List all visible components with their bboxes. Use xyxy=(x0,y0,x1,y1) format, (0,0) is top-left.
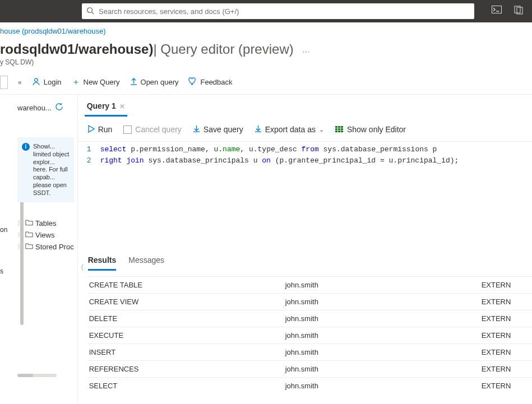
line-number: 2 xyxy=(78,155,91,166)
login-button[interactable]: Login xyxy=(32,77,62,87)
folder-icon xyxy=(25,219,33,227)
feedback-button[interactable]: Feedback xyxy=(188,77,232,87)
table-row[interactable]: CREATE TABLEjohn.smithEXTERN xyxy=(88,277,532,294)
run-button[interactable]: Run xyxy=(88,125,113,134)
cancel-label: Cancel query xyxy=(135,125,182,134)
export-label: Export data as xyxy=(265,125,316,134)
info-callout: i Showi... limited object explor... here… xyxy=(17,137,74,202)
nav-fragment-a: on xyxy=(0,226,14,234)
cell-user: john.smith xyxy=(284,310,480,327)
results-panel: Results Messages CREATE TABLEjohn.smithE… xyxy=(78,253,532,402)
query-toolbar: Run Cancel query Save query Export data … xyxy=(78,117,532,141)
download-icon xyxy=(193,124,200,134)
tree-label: Stored Proc xyxy=(35,243,74,251)
cell-user: john.smith xyxy=(284,378,480,394)
search-input[interactable] xyxy=(82,3,474,19)
showeditor-label: Show only Editor xyxy=(347,125,406,134)
info-text: Showi... limited object explor... here. … xyxy=(33,143,70,197)
feedback-label: Feedback xyxy=(200,78,232,86)
chevron-right-icon: 〉 xyxy=(17,220,23,227)
cell-user: john.smith xyxy=(284,361,480,378)
save-label: Save query xyxy=(203,125,243,134)
cell-user: john.smith xyxy=(284,277,480,294)
export-data-button[interactable]: Export data as ⌄ xyxy=(255,124,324,134)
collapse-chevron-icon[interactable]: « xyxy=(18,78,22,86)
info-icon: i xyxy=(22,143,30,151)
resource-type: y SQL DW) xyxy=(0,57,532,66)
table-row[interactable]: SELECTjohn.smithEXTERN xyxy=(88,378,532,394)
open-query-label: Open query xyxy=(141,78,179,86)
person-icon xyxy=(32,77,40,87)
chevron-down-icon: ⌄ xyxy=(319,126,324,133)
object-tree: 〉 Tables 〉 Views 〉 Stored Proc xyxy=(17,219,74,251)
folder-icon xyxy=(25,243,33,251)
explorer-scrollbar[interactable] xyxy=(17,374,57,377)
cell-type: EXTERN xyxy=(480,378,532,394)
new-query-button[interactable]: ＋ New Query xyxy=(72,77,120,87)
table-row[interactable]: REFERENCESjohn.smithEXTERN xyxy=(88,361,532,378)
nav-box[interactable] xyxy=(0,76,8,89)
cloud-shell-icon[interactable] xyxy=(492,6,502,17)
directory-filter-icon[interactable] xyxy=(514,6,524,17)
login-label: Login xyxy=(44,78,62,86)
heart-icon xyxy=(188,77,197,87)
stop-icon xyxy=(123,126,132,134)
cell-type: EXTERN xyxy=(480,344,532,361)
results-tabs: Results Messages xyxy=(88,253,532,271)
gutter: 1 2 xyxy=(78,142,97,253)
code-text[interactable]: select p.permission_name, u.name, u.type… xyxy=(97,142,459,253)
tab-results[interactable]: Results xyxy=(88,253,117,271)
cell-permission: REFERENCES xyxy=(88,361,284,378)
cell-permission: INSERT xyxy=(88,344,284,361)
show-only-editor-button[interactable]: Show only Editor xyxy=(335,125,406,134)
db-header: warehou... xyxy=(17,103,74,113)
save-query-button[interactable]: Save query xyxy=(193,124,243,134)
code-editor[interactable]: 1 2 select p.permission_name, u.name, u.… xyxy=(78,141,532,253)
chevron-right-icon: 〉 xyxy=(17,231,23,239)
svg-line-1 xyxy=(92,12,94,15)
breadcrumb-link[interactable]: house (prodsqldw01/warehouse) xyxy=(0,27,106,35)
folder-icon xyxy=(25,231,33,239)
tab-messages[interactable]: Messages xyxy=(128,253,164,271)
cell-type: EXTERN xyxy=(480,310,532,327)
refresh-icon[interactable] xyxy=(55,103,63,113)
cell-permission: CREATE TABLE xyxy=(88,277,284,294)
cell-type: EXTERN xyxy=(480,361,532,378)
section-name: | Query editor (preview) xyxy=(153,41,293,57)
chevron-right-icon: 〉 xyxy=(17,243,23,251)
table-row[interactable]: CREATE VIEWjohn.smithEXTERN xyxy=(88,294,532,310)
nav-fragment-b: s xyxy=(0,267,14,275)
cell-user: john.smith xyxy=(284,327,480,344)
cell-user: john.smith xyxy=(284,294,480,310)
download-icon xyxy=(255,124,262,134)
close-icon[interactable]: ✕ xyxy=(119,103,125,110)
editor-panel: 〈 Query 1 ✕ Run Cancel query xyxy=(78,95,532,402)
page-title: rodsqldw01/warehouse) | Query editor (pr… xyxy=(0,39,532,57)
svg-rect-2 xyxy=(492,6,502,13)
collapse-explorer-icon[interactable]: 〈 xyxy=(78,263,84,273)
tree-node-sprocs[interactable]: 〉 Stored Proc xyxy=(17,243,74,251)
tree-node-views[interactable]: 〉 Views xyxy=(17,231,74,239)
upload-icon xyxy=(130,77,137,87)
table-row[interactable]: INSERTjohn.smithEXTERN xyxy=(88,344,532,361)
cell-permission: SELECT xyxy=(88,378,284,394)
table-row[interactable]: EXECUTEjohn.smithEXTERN xyxy=(88,327,532,344)
tab-label: Query 1 xyxy=(87,101,116,110)
tree-node-tables[interactable]: 〉 Tables xyxy=(17,219,74,227)
more-icon[interactable]: ··· xyxy=(303,47,311,55)
table-row[interactable]: DELETEjohn.smithEXTERN xyxy=(88,310,532,327)
info-heading: Showi... xyxy=(33,143,70,151)
top-icons xyxy=(492,6,524,17)
db-name: warehou... xyxy=(17,104,52,112)
work-area: on s warehou... i Showi... limited objec… xyxy=(0,94,532,402)
run-label: Run xyxy=(98,125,113,134)
tab-query-1[interactable]: Query 1 ✕ xyxy=(85,99,127,117)
results-table: CREATE TABLEjohn.smithEXTERNCREATE VIEWj… xyxy=(88,276,532,394)
open-query-button[interactable]: Open query xyxy=(130,77,179,87)
plus-icon: ＋ xyxy=(72,77,80,87)
cell-user: john.smith xyxy=(284,344,480,361)
command-bar: « Login ＋ New Query Open query Feedback xyxy=(0,71,532,94)
left-nav-fragment: on s xyxy=(0,95,14,402)
line-number: 1 xyxy=(78,144,91,155)
resource-name: rodsqldw01/warehouse) xyxy=(0,41,153,57)
